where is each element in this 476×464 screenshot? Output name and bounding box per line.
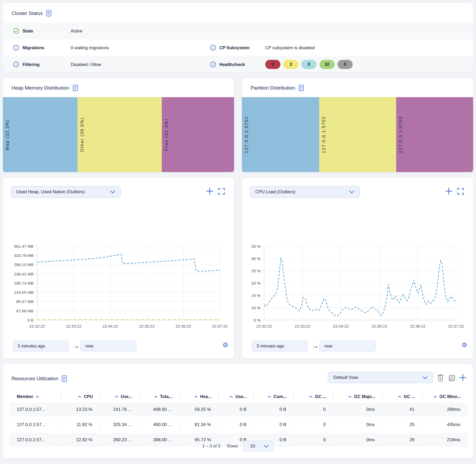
- memory-chart-card: Used Heap, Used Native (Outliers) 381.47…: [3, 178, 234, 359]
- partition-distribution-title: Partition Distribution: [251, 85, 304, 91]
- svg-text:22:33:22: 22:33:22: [66, 324, 81, 328]
- column-header-cpu[interactable]: CPU: [61, 392, 100, 401]
- column-header-label: CPU: [84, 394, 93, 399]
- distribution-segment-label: 127.0.0.1:5703: [398, 116, 403, 153]
- info-icon[interactable]: [210, 61, 216, 67]
- table-cell: 0 B: [254, 403, 294, 416]
- healthcheck-label: Healthcheck: [219, 62, 245, 67]
- table-cell: 325.34 ...: [100, 418, 139, 432]
- info-icon[interactable]: [210, 45, 216, 51]
- table-cell: 435ms: [422, 418, 468, 432]
- distribution-segment[interactable]: 127.0.0.1:5703: [396, 97, 473, 172]
- filtering-row: Filtering Disabled / Allow Healthcheck 0…: [3, 56, 473, 73]
- distribution-segment[interactable]: Map (32.3%): [3, 97, 78, 172]
- heap-distribution-title-text: Heap Memory Distribution: [12, 85, 69, 91]
- cpu-chart-card: CPU Load (Outliers) 35 %30 %25 %20 %15 %…: [242, 178, 473, 359]
- resources-utilization-title: Resources Utilization: [12, 375, 67, 382]
- table-cell: 11.82 %: [61, 418, 100, 432]
- column-header-hea[interactable]: Hea...: [179, 392, 219, 401]
- svg-text:22:35:22: 22:35:22: [139, 324, 155, 328]
- table-cell: 127.0.0.1:57...: [9, 403, 61, 416]
- partition-distribution-title-text: Partition Distribution: [251, 85, 295, 91]
- column-header-use[interactable]: Use...: [219, 392, 254, 401]
- table-cell: 241.76 ...: [100, 403, 139, 416]
- sort-caret-icon: [78, 395, 81, 398]
- edit-view-button[interactable]: [448, 373, 456, 382]
- rows-per-page-selector[interactable]: 10: [243, 441, 274, 451]
- heap-distribution-title: Heap Memory Distribution: [12, 85, 78, 91]
- sort-caret-icon: [229, 395, 233, 398]
- doc-icon[interactable]: [298, 85, 304, 91]
- column-header-gc[interactable]: GC ...: [294, 392, 333, 401]
- edit-icon: [449, 374, 456, 381]
- view-selector[interactable]: Default View: [328, 372, 433, 383]
- table-cell: 13.23 %: [61, 403, 100, 416]
- time-from-value: 5 minutes ago: [257, 344, 284, 349]
- column-header-member[interactable]: Member: [9, 392, 61, 401]
- filtering-value: Disabled / Allow: [71, 62, 101, 67]
- rows-per-page-label: Rows: [227, 444, 238, 449]
- column-header-tota[interactable]: Tota...: [139, 392, 179, 401]
- doc-icon[interactable]: [62, 375, 67, 382]
- table-row[interactable]: 127.0.0.1:57...11.82 %325.34 ...400.00 .…: [9, 418, 468, 432]
- column-header-com[interactable]: Com...: [254, 392, 294, 401]
- table-cell: 218ms: [422, 433, 468, 447]
- table-cell: 26: [382, 433, 422, 447]
- time-from-value: 5 minutes ago: [18, 344, 45, 349]
- view-selector-value: Default View: [333, 375, 358, 380]
- time-from-input[interactable]: 5 minutes ago: [252, 341, 308, 351]
- column-header-gc-mino[interactable]: GC Mino...: [422, 392, 468, 401]
- distribution-segment-label: Map (32.3%): [5, 119, 10, 150]
- cpu-line-chart: 35 %30 %25 %20 %15 %10 %5 %22:32:2222:33…: [242, 178, 473, 358]
- info-icon[interactable]: [13, 45, 19, 51]
- sort-caret-icon: [348, 395, 352, 398]
- table-cell: 0: [294, 418, 333, 432]
- table-cell: 408.00 ...: [139, 403, 179, 416]
- state-row: State Active: [3, 23, 473, 39]
- delete-view-button[interactable]: [436, 373, 445, 382]
- svg-text:95.37 MB: 95.37 MB: [16, 299, 34, 304]
- doc-icon[interactable]: [46, 10, 52, 16]
- healthcheck-badge[interactable]: 2: [283, 60, 298, 69]
- distribution-segment[interactable]: Other (36.5%): [78, 97, 162, 172]
- healthcheck-badge[interactable]: 32: [319, 60, 335, 69]
- svg-text:22:33:22: 22:33:22: [295, 324, 311, 328]
- time-to-input[interactable]: now: [80, 341, 136, 351]
- distribution-segment[interactable]: 127.0.0.1:5702: [319, 97, 396, 172]
- arrow-right-icon: →: [73, 341, 80, 351]
- time-from-input[interactable]: 5 minutes ago: [13, 341, 69, 351]
- column-header-gc[interactable]: GC ...: [382, 392, 422, 401]
- svg-text:22:34:22: 22:34:22: [102, 324, 118, 328]
- migrations-row: Migrations 0 waiting migrations CP Subsy…: [3, 39, 473, 56]
- info-icon[interactable]: [13, 61, 19, 67]
- table-cell: 0: [294, 433, 333, 447]
- time-to-value: now: [85, 344, 93, 349]
- chevron-down-icon: [423, 376, 428, 379]
- partition-distribution-bar: 127.0.0.1:5701127.0.0.1:5702127.0.0.1:57…: [242, 97, 473, 172]
- distribution-segment[interactable]: 127.0.0.1:5701: [242, 97, 319, 172]
- svg-text:22:37:22: 22:37:22: [212, 324, 228, 328]
- sort-caret-icon: [115, 395, 118, 398]
- table-cell: 289ms: [422, 403, 468, 416]
- table-row[interactable]: 127.0.0.1:57...13.23 %241.76 ...408.00 .…: [9, 403, 468, 416]
- sort-caret-icon: [194, 395, 198, 398]
- add-view-button[interactable]: [459, 373, 467, 382]
- column-header-use[interactable]: Use...: [100, 392, 139, 401]
- svg-text:47.68 MB: 47.68 MB: [16, 309, 34, 313]
- column-header-label: GC Majo...: [354, 394, 375, 399]
- distribution-segment-label: Other (36.5%): [80, 117, 85, 152]
- gear-icon[interactable]: ⚙: [223, 342, 228, 348]
- healthcheck-badge[interactable]: 0: [337, 60, 353, 69]
- healthcheck-badge[interactable]: 0: [301, 60, 317, 69]
- check-circle-icon: [13, 28, 19, 34]
- healthcheck-badge[interactable]: 0: [265, 60, 280, 69]
- doc-icon[interactable]: [73, 85, 78, 91]
- gear-icon[interactable]: ⚙: [462, 342, 467, 348]
- cp-subsystem-label: CP Subsystem: [219, 45, 250, 50]
- column-header-gc-majo[interactable]: GC Majo...: [333, 392, 382, 401]
- svg-text:22:37:22: 22:37:22: [448, 324, 464, 328]
- svg-text:0 B: 0 B: [27, 318, 34, 322]
- cluster-status-card: Cluster Status State Active Migrations 0…: [3, 3, 473, 73]
- distribution-segment[interactable]: Free (31.3%): [162, 97, 234, 172]
- time-to-input[interactable]: now: [319, 341, 375, 351]
